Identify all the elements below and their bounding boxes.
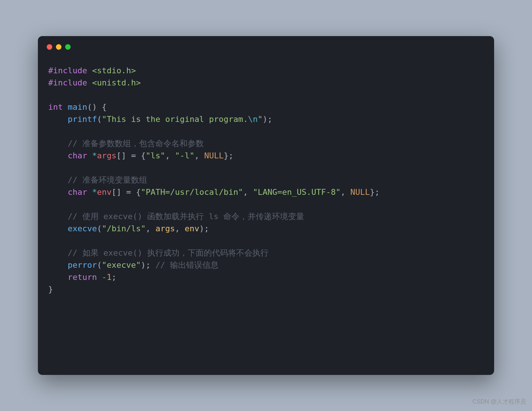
punct: () { bbox=[87, 102, 107, 112]
minimize-icon[interactable] bbox=[56, 44, 61, 50]
op-neg: - bbox=[102, 273, 107, 282]
kw-int: int bbox=[48, 102, 63, 112]
escape: \n bbox=[248, 115, 258, 124]
str: "-l" bbox=[175, 151, 194, 160]
comment: // 使用 execve() 函数加载并执行 ls 命令，并传递环境变量 bbox=[68, 212, 304, 221]
punct: ); bbox=[141, 260, 151, 270]
punct: ( bbox=[97, 260, 102, 270]
punct: , bbox=[243, 187, 253, 197]
punct: [] = { bbox=[116, 151, 145, 160]
pp-header: <stdio.h> bbox=[92, 66, 136, 75]
str: "PATH=/usr/local/bin" bbox=[141, 187, 243, 197]
ident-args: args bbox=[97, 151, 116, 160]
str: "LANG=en_US.UTF-8" bbox=[253, 187, 340, 197]
ident: env bbox=[185, 224, 199, 233]
rbrace: } bbox=[48, 285, 53, 294]
punct: , bbox=[175, 224, 185, 233]
op-star: * bbox=[92, 151, 97, 160]
punct: , bbox=[341, 187, 351, 197]
ident: args bbox=[155, 224, 175, 233]
punct: , bbox=[146, 224, 156, 233]
num: 1 bbox=[107, 273, 111, 282]
str: "/bin/ls" bbox=[102, 224, 146, 233]
op-star: * bbox=[92, 187, 97, 197]
pp-header: <unistd.h> bbox=[92, 78, 141, 87]
punct: ); bbox=[199, 224, 209, 233]
str: "This is the original program. bbox=[102, 115, 248, 124]
fn-printf: printf bbox=[68, 115, 97, 124]
comment: // 如果 execve() 执行成功，下面的代码将不会执行 bbox=[68, 248, 269, 257]
str: "execve" bbox=[102, 260, 141, 270]
str: " bbox=[258, 115, 263, 124]
ident-env: env bbox=[97, 187, 111, 197]
null: NULL bbox=[350, 187, 370, 197]
punct: ); bbox=[263, 115, 273, 124]
fn-perror: perror bbox=[68, 260, 97, 270]
punct: ( bbox=[97, 224, 102, 233]
kw-return: return bbox=[68, 273, 97, 282]
null: NULL bbox=[204, 151, 224, 160]
code-window: #include <stdio.h> #include <unistd.h> i… bbox=[38, 36, 494, 375]
comment: // 输出错误信息 bbox=[155, 260, 219, 270]
fn-execve: execve bbox=[68, 224, 97, 233]
punct: }; bbox=[370, 187, 380, 197]
pp-include: #include bbox=[48, 66, 87, 75]
code-block: #include <stdio.h> #include <unistd.h> i… bbox=[38, 53, 494, 306]
kw-char: char bbox=[68, 151, 87, 160]
pp-include: #include bbox=[48, 78, 87, 87]
punct: [] = { bbox=[111, 187, 141, 197]
maximize-icon[interactable] bbox=[65, 44, 71, 50]
kw-char: char bbox=[68, 187, 87, 197]
comment: // 准备参数数组，包含命令名和参数 bbox=[68, 139, 204, 148]
str: "ls" bbox=[146, 151, 165, 160]
comment: // 准备环境变量数组 bbox=[68, 175, 147, 185]
punct: ; bbox=[111, 273, 116, 282]
punct: , bbox=[165, 151, 175, 160]
titlebar bbox=[38, 36, 494, 53]
fn-main: main bbox=[68, 102, 87, 112]
punct: ( bbox=[97, 115, 102, 124]
punct: }; bbox=[224, 151, 234, 160]
close-icon[interactable] bbox=[47, 44, 52, 50]
punct: , bbox=[194, 151, 204, 160]
watermark: CSDN @人才程序员 bbox=[472, 398, 526, 406]
